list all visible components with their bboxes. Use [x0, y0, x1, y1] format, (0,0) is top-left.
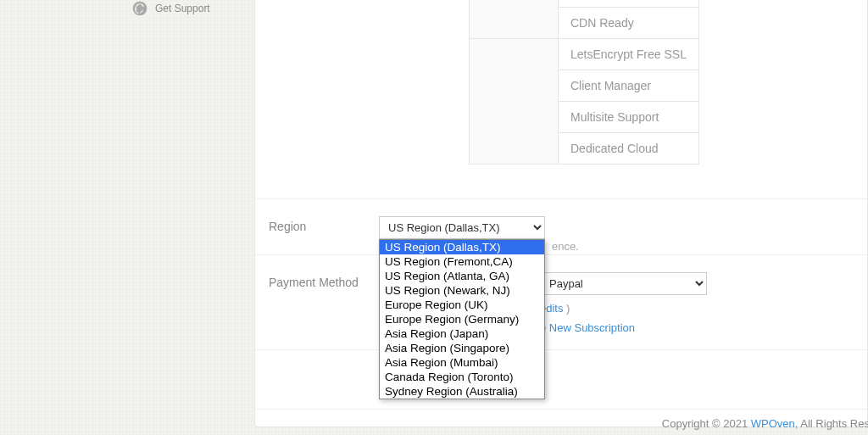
credits-line: edits ) — [540, 302, 854, 315]
main-panel: Free Email CDN Ready LetsEncrypt Free SS… — [254, 0, 868, 427]
region-label: Region — [269, 216, 379, 239]
region-option[interactable]: Sydney Region (Australia) — [380, 384, 544, 399]
payment-label: Payment Method — [269, 272, 379, 334]
feature-cell-empty — [470, 0, 559, 39]
feature-cell: Client Manager — [559, 70, 699, 102]
subscription-line: e New Subscription — [540, 321, 854, 334]
features-table: Free Email CDN Ready LetsEncrypt Free SS… — [469, 0, 699, 165]
feature-cell: Free Email — [559, 0, 699, 8]
form-row-region: Region US Region (Dallas,TX) ence. US Re… — [255, 199, 867, 255]
form-row-spacer — [255, 350, 867, 410]
sidebar-item-support[interactable]: Get Support — [131, 0, 225, 17]
sidebar-item-label: Get Support — [155, 3, 210, 14]
region-option[interactable]: Asia Region (Singapore) — [380, 341, 544, 355]
region-help-text: ence. — [552, 240, 579, 253]
region-option[interactable]: Asia Region (Japan) — [380, 326, 544, 341]
region-option[interactable]: Europe Region (UK) — [380, 298, 544, 312]
region-option[interactable]: US Region (Atlanta, GA) — [380, 269, 544, 283]
region-option[interactable]: Europe Region (Germany) — [380, 312, 544, 326]
region-option[interactable]: US Region (Dallas,TX) — [380, 240, 544, 254]
credits-paren: ) — [566, 302, 570, 315]
new-subscription-link[interactable]: e New Subscription — [540, 321, 635, 334]
form-row-payment: Payment Method Paypal edits ) e New Subs… — [255, 255, 867, 350]
copyright-text: Copyright © 2021 — [662, 417, 751, 430]
support-icon — [131, 0, 148, 17]
region-option[interactable]: Asia Region (Mumbai) — [380, 355, 544, 370]
feature-cell-empty — [470, 39, 559, 165]
region-select[interactable]: US Region (Dallas,TX) — [379, 216, 545, 239]
rights-text: , All Rights Reserv — [795, 417, 868, 430]
region-option[interactable]: Canada Region (Toronto) — [380, 370, 544, 384]
feature-cell: Multisite Support — [559, 102, 699, 133]
feature-cell: CDN Ready — [559, 8, 699, 39]
footer: Copyright © 2021 WPOven, All Rights Rese… — [662, 417, 868, 430]
payment-select[interactable]: Paypal — [540, 272, 707, 295]
brand-link[interactable]: WPOven — [751, 417, 795, 430]
form-section: Region US Region (Dallas,TX) ence. US Re… — [255, 198, 867, 410]
feature-cell: Dedicated Cloud — [559, 133, 699, 165]
feature-cell: LetsEncrypt Free SSL — [559, 39, 699, 70]
region-option[interactable]: US Region (Newark, NJ) — [380, 283, 544, 298]
region-option[interactable]: US Region (Fremont,CA) — [380, 254, 544, 269]
region-dropdown-list: US Region (Dallas,TX) US Region (Fremont… — [379, 239, 545, 399]
